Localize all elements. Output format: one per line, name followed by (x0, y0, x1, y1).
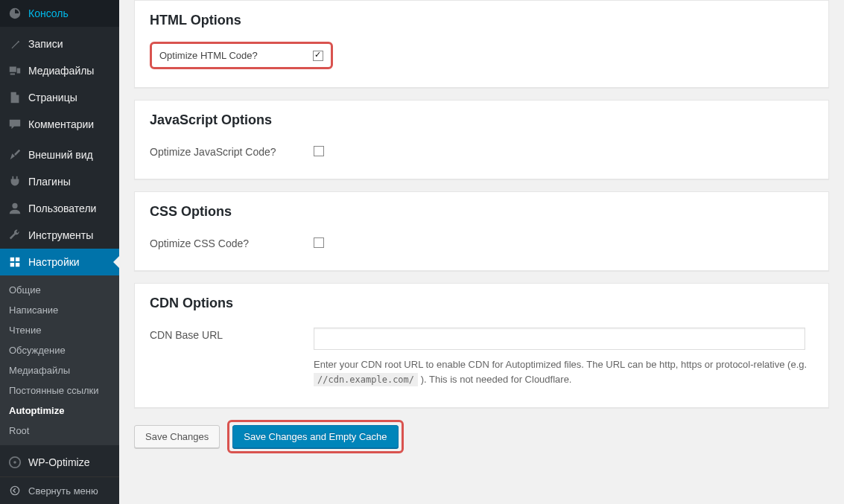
tools-icon (7, 228, 22, 243)
cdn-url-description: Enter your CDN root URL to enable CDN fo… (314, 357, 813, 386)
sidebar-item-settings[interactable]: Настройки (0, 249, 119, 275)
sidebar-item-pages[interactable]: Страницы (0, 84, 119, 111)
dashboard-icon (7, 6, 22, 21)
css-options-section: CSS Options Optimize CSS Code? (134, 191, 829, 271)
submenu-discussion[interactable]: Обсуждение (0, 340, 119, 360)
media-icon (7, 63, 22, 78)
sidebar-item-appearance[interactable]: Внешний вид (0, 141, 119, 168)
sidebar-item-users[interactable]: Пользователи (0, 195, 119, 222)
users-icon (7, 201, 22, 216)
sidebar-item-label: Консоль (28, 7, 69, 19)
svg-point-2 (13, 461, 16, 464)
sidebar-item-label: Инструменты (28, 229, 93, 241)
admin-sidebar: Консоль Записи Медиафайлы Страницы Комме… (0, 0, 119, 504)
sidebar-item-label: Внешний вид (28, 149, 93, 161)
appearance-icon (7, 147, 22, 162)
submenu-autoptimize[interactable]: Autoptimize (0, 401, 119, 421)
sidebar-item-media[interactable]: Медиафайлы (0, 57, 119, 84)
sidebar-item-label: Настройки (28, 256, 80, 268)
settings-submenu: Общие Написание Чтение Обсуждение Медиаф… (0, 275, 119, 445)
cdn-url-input[interactable] (314, 328, 805, 350)
collapse-menu[interactable]: Свернуть меню (0, 476, 119, 504)
main-content: HTML Options Optimize HTML Code? JavaScr… (119, 0, 844, 504)
section-title: JavaScript Options (150, 112, 813, 128)
optimize-css-checkbox[interactable] (314, 237, 324, 248)
optimize-html-highlight: Optimize HTML Code? (150, 42, 333, 69)
optimize-html-checkbox[interactable] (313, 51, 323, 61)
optimize-icon (7, 455, 22, 470)
optimize-js-checkbox[interactable] (314, 146, 324, 156)
section-title: HTML Options (150, 13, 813, 28)
sidebar-item-wpoptimize[interactable]: WP-Optimize (0, 449, 119, 476)
optimize-js-row: Optimize JavaScript Code? (150, 141, 813, 161)
sidebar-item-comments[interactable]: Комментарии (0, 111, 119, 138)
comments-icon (7, 117, 22, 132)
submenu-general[interactable]: Общие (0, 280, 119, 300)
save-and-empty-button[interactable]: Save Changes and Empty Cache (232, 425, 398, 448)
sidebar-item-label: Страницы (28, 92, 77, 103)
sidebar-item-label: Медиафайлы (28, 65, 94, 77)
sidebar-item-label: Плагины (28, 176, 71, 188)
section-title: CDN Options (150, 296, 813, 311)
submenu-writing[interactable]: Написание (0, 300, 119, 320)
submenu-reading[interactable]: Чтение (0, 320, 119, 340)
sidebar-item-dashboard[interactable]: Консоль (0, 0, 119, 27)
cdn-options-section: CDN Options CDN Base URL Enter your CDN … (134, 283, 829, 408)
sidebar-item-tools[interactable]: Инструменты (0, 222, 119, 249)
sidebar-item-label: Комментарии (28, 118, 94, 130)
svg-point-3 (10, 486, 19, 494)
sidebar-item-plugins[interactable]: Плагины (0, 168, 119, 195)
submenu-media[interactable]: Медиафайлы (0, 360, 119, 380)
section-title: CSS Options (150, 204, 813, 220)
plugins-icon (7, 174, 22, 189)
collapse-label: Свернуть меню (28, 485, 98, 497)
pin-icon (7, 36, 22, 51)
save-changes-button[interactable]: Save Changes (134, 425, 220, 448)
optimize-css-row: Optimize CSS Code? (150, 233, 813, 252)
js-options-section: JavaScript Options Optimize JavaScript C… (134, 100, 829, 179)
sidebar-item-label: Пользователи (28, 202, 96, 214)
cdn-url-row: CDN Base URL Enter your CDN root URL to … (150, 325, 813, 389)
optimize-css-label: Optimize CSS Code? (150, 236, 314, 249)
submenu-root[interactable]: Root (0, 421, 119, 441)
cdn-url-label: CDN Base URL (150, 328, 314, 341)
optimize-js-label: Optimize JavaScript Code? (150, 144, 314, 158)
svg-point-0 (12, 203, 17, 208)
settings-icon (7, 255, 22, 269)
action-buttons: Save Changes Save Changes and Empty Cach… (134, 420, 829, 453)
sidebar-item-label: Записи (28, 38, 63, 50)
html-options-section: HTML Options Optimize HTML Code? (134, 0, 829, 88)
collapse-icon (7, 483, 22, 498)
sidebar-item-label: WP-Optimize (28, 456, 89, 468)
sidebar-item-posts[interactable]: Записи (0, 31, 119, 57)
optimize-html-label: Optimize HTML Code? (159, 50, 313, 61)
save-and-empty-highlight: Save Changes and Empty Cache (227, 420, 403, 453)
submenu-permalinks[interactable]: Постоянные ссылки (0, 380, 119, 401)
pages-icon (7, 90, 22, 105)
